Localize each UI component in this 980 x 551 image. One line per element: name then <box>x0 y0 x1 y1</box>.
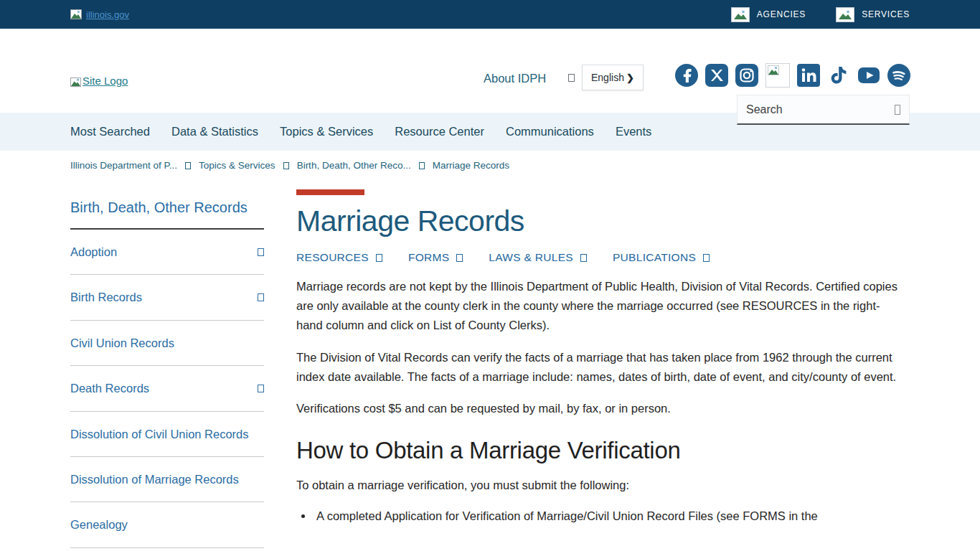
paragraph: Marriage records are not kept by the Ill… <box>296 277 903 335</box>
illinois-gov-alt-text: illinois.gov <box>86 9 129 20</box>
sidebar-item-dissolution-civil-union[interactable]: Dissolution of Civil Union Records <box>70 412 264 457</box>
nav-item-events[interactable]: Events <box>616 125 651 138</box>
breadcrumb-birth-death-records[interactable]: Birth, Death, Other Reco... <box>297 160 411 171</box>
services-label: SERVICES <box>862 9 910 19</box>
illinois-gov-link[interactable]: illinois.gov <box>70 9 129 20</box>
resources-link[interactable]: RESOURCES <box>296 251 382 264</box>
breadcrumb-topics-services[interactable]: Topics & Services <box>199 160 275 171</box>
nav-item-resource-center[interactable]: Resource Center <box>395 125 484 138</box>
language-selector: English ❯ <box>568 65 644 90</box>
accent-bar <box>296 189 364 195</box>
nav-item-communications[interactable]: Communications <box>506 125 594 138</box>
agencies-link[interactable]: AGENCIES <box>731 7 806 22</box>
topbar-links: AGENCIES SERVICES <box>731 7 910 22</box>
broken-image-icon <box>836 7 854 22</box>
breadcrumb-separator-icon <box>185 162 191 169</box>
publications-link[interactable]: PUBLICATIONS <box>613 251 710 264</box>
youtube-icon[interactable] <box>857 64 880 87</box>
sidebar-item-label: Genealogy <box>70 515 128 534</box>
sidebar-item-label: Adoption <box>70 242 117 261</box>
x-twitter-icon[interactable] <box>705 64 728 87</box>
section-intro: To obtain a marriage verification, you m… <box>296 476 903 495</box>
laws-rules-link[interactable]: LAWS & RULES <box>489 251 587 264</box>
sidebar-heading-link[interactable]: Birth, Death, Other Records <box>70 189 264 230</box>
site-header: Site Logo About IDPH English ❯ <box>0 29 980 113</box>
instagram-icon[interactable] <box>735 64 758 87</box>
expand-icon[interactable] <box>258 293 264 301</box>
broken-image-icon <box>70 9 82 19</box>
sidebar-item-label: Birth Records <box>70 288 142 306</box>
broken-image-icon <box>70 77 81 87</box>
sidebar-item-genealogy[interactable]: Genealogy <box>70 502 264 547</box>
quick-links: RESOURCES FORMS LAWS & RULES PUBLICATION… <box>296 251 903 264</box>
facebook-icon[interactable] <box>675 64 698 87</box>
sidebar-item-death-records[interactable]: Death Records <box>70 366 264 411</box>
language-label: English <box>591 72 624 83</box>
expand-icon[interactable] <box>258 248 264 256</box>
chevron-down-icon <box>376 254 382 262</box>
nav-item-most-searched[interactable]: Most Searched <box>70 125 150 138</box>
breadcrumb-marriage-records[interactable]: Marriage Records <box>433 160 509 171</box>
sidebar-item-birth-records[interactable]: Birth Records <box>70 275 264 320</box>
nav-item-data-statistics[interactable]: Data & Statistics <box>171 125 258 138</box>
search-box <box>737 95 910 125</box>
sidebar-item-adoption[interactable]: Adoption <box>70 230 264 275</box>
sidebar-item-label: Civil Union Records <box>70 334 174 352</box>
search-icon[interactable] <box>895 105 900 115</box>
spotify-icon[interactable] <box>887 64 910 87</box>
forms-link[interactable]: FORMS <box>408 251 463 264</box>
broken-image-icon[interactable] <box>765 63 790 88</box>
quick-link-label: FORMS <box>408 251 449 264</box>
quick-link-label: PUBLICATIONS <box>613 251 696 264</box>
breadcrumb-separator-icon <box>419 162 425 169</box>
gov-topbar: illinois.gov AGENCIES SERVICES <box>0 0 980 29</box>
expand-icon[interactable] <box>258 385 264 392</box>
sidebar: Birth, Death, Other Records Adoption Bir… <box>70 189 264 551</box>
broken-image-icon <box>731 7 750 22</box>
chevron-right-icon: ❯ <box>626 72 634 83</box>
paragraph: The Division of Vital Records can verify… <box>296 348 903 387</box>
sidebar-item-label: Dissolution of Civil Union Records <box>70 425 249 443</box>
globe-icon <box>568 74 575 82</box>
breadcrumb: Illinois Department of P... Topics & Ser… <box>0 151 980 171</box>
paragraph: Verifications cost $5 and can be request… <box>296 399 903 418</box>
site-logo-link[interactable]: Site Logo <box>70 75 128 87</box>
quick-link-label: RESOURCES <box>296 251 369 264</box>
breadcrumb-home[interactable]: Illinois Department of P... <box>70 160 177 171</box>
quick-link-label: LAWS & RULES <box>489 251 573 264</box>
social-icons <box>675 63 910 88</box>
chevron-down-icon <box>456 254 463 262</box>
list-item: A completed Application for Verification… <box>314 507 903 526</box>
sidebar-item-label: Dissolution of Marriage Records <box>70 470 239 489</box>
services-link[interactable]: SERVICES <box>836 7 910 22</box>
content-area: Birth, Death, Other Records Adoption Bir… <box>0 189 980 551</box>
agencies-label: AGENCIES <box>757 9 806 19</box>
language-button[interactable]: English ❯ <box>582 65 644 90</box>
sidebar-item-label: Death Records <box>70 379 149 397</box>
tiktok-icon[interactable] <box>827 64 850 87</box>
page-title: Marriage Records <box>296 204 903 238</box>
site-logo-alt-text: Site Logo <box>83 75 128 87</box>
chevron-down-icon <box>703 254 710 262</box>
sidebar-item-civil-union-records[interactable]: Civil Union Records <box>70 321 264 366</box>
sidebar-item-marriage-records[interactable]: Marriage Records <box>70 548 264 551</box>
breadcrumb-separator-icon <box>283 162 289 169</box>
requirements-list: A completed Application for Verification… <box>296 507 903 526</box>
main-content: Marriage Records RESOURCES FORMS LAWS & … <box>296 189 903 526</box>
search-input[interactable] <box>746 103 895 116</box>
about-idph-link[interactable]: About IDPH <box>484 72 546 85</box>
chevron-down-icon <box>580 254 587 262</box>
nav-item-topics-services[interactable]: Topics & Services <box>280 125 373 138</box>
section-heading: How to Obtain a Marriage Verification <box>296 437 903 464</box>
linkedin-icon[interactable] <box>797 64 820 87</box>
sidebar-item-dissolution-marriage[interactable]: Dissolution of Marriage Records <box>70 457 264 502</box>
